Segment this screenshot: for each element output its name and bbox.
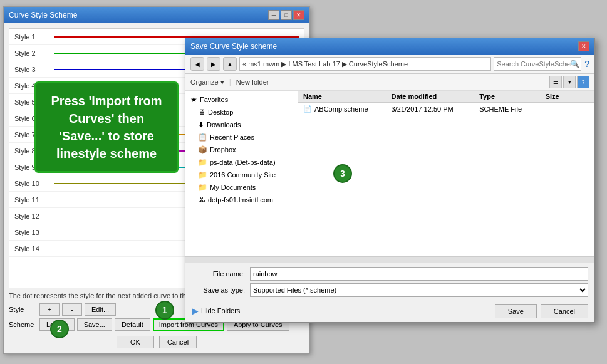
col-size: Size <box>546 93 589 100</box>
save-title: Save Curve Style scheme <box>190 42 277 51</box>
badge-1: 1 <box>155 301 174 320</box>
search-icon: 🔍 <box>570 60 579 68</box>
file-area: ★Favorites🖥Desktop⬇Downloads📋Recent Plac… <box>185 91 594 257</box>
main-title: Curve Style Scheme <box>9 11 77 19</box>
annotation-text: Press 'Import from Curves' then 'Save...… <box>51 94 162 160</box>
maximize-button[interactable]: □ <box>281 10 292 20</box>
badge-3: 3 <box>333 164 352 183</box>
savetype-label: Save as type: <box>192 286 245 294</box>
col-date: Date modified <box>392 93 480 100</box>
file-row[interactable]: 📄ABComp.scheme 3/21/2017 12:50 PM SCHEME… <box>298 103 594 115</box>
save-titlebar: Save Curve Style scheme ✕ <box>185 38 594 55</box>
cancel-main-button[interactable]: Cancel <box>159 336 197 348</box>
close-button[interactable]: ✕ <box>293 10 304 20</box>
col-type: Type <box>479 93 545 100</box>
default-button[interactable]: Default <box>115 318 150 331</box>
nav-bar: ◀ ▶ ▲ « ms1.mwm ▶ LMS Test.Lab 17 ▶ Curv… <box>185 55 594 74</box>
search-input[interactable] <box>494 57 581 71</box>
view-icons: ☰ ▾ ? <box>549 76 589 88</box>
save-body: ◀ ▶ ▲ « ms1.mwm ▶ LMS Test.Lab 17 ▶ Curv… <box>185 55 594 322</box>
new-folder-button[interactable]: New folder <box>236 78 269 86</box>
folder-item[interactable]: ⬇Downloads <box>185 118 298 131</box>
folder-item[interactable]: 🖥Desktop <box>185 106 298 118</box>
edit-button[interactable]: Edit... <box>85 303 116 316</box>
view-details-button[interactable]: ☰ <box>549 76 562 88</box>
filename-input[interactable] <box>250 267 588 281</box>
files-header: Name Date modified Type Size <box>298 91 594 103</box>
folder-item[interactable]: 📁My Documents <box>185 181 298 194</box>
save-bottom: File name: Save as type: Supported Files… <box>185 263 594 322</box>
save-button[interactable]: Save <box>495 304 537 318</box>
help-button[interactable]: ? <box>577 76 589 88</box>
folder-item[interactable]: 📦Dropbox <box>185 143 298 156</box>
col-name: Name <box>303 93 392 100</box>
folder-pane: ★Favorites🖥Desktop⬇Downloads📋Recent Plac… <box>185 91 298 256</box>
toolbar-row: Organize ▾ | New folder ☰ ▾ ? <box>185 74 594 91</box>
minimize-button[interactable]: ─ <box>268 10 279 20</box>
save-dialog: Save Curve Style scheme ✕ ◀ ▶ ▲ « ms1.mw… <box>185 38 595 323</box>
breadcrumb[interactable]: « ms1.mwm ▶ LMS Test.Lab 17 ▶ CurveStyle… <box>239 57 491 71</box>
cancel-save-button[interactable]: Cancel <box>541 304 588 318</box>
save-titlebar-buttons: ✕ <box>578 41 589 51</box>
main-titlebar: Curve Style Scheme ─ □ ✕ <box>4 7 309 23</box>
save-scheme-button[interactable]: Save... <box>77 318 112 331</box>
titlebar-buttons: ─ □ ✕ <box>268 10 304 20</box>
folder-item[interactable]: 📁2016 Community Site <box>185 169 298 181</box>
save-action-row: Save Cancel <box>495 304 588 318</box>
horizontal-scrollbar[interactable] <box>185 257 594 263</box>
minus-button[interactable]: - <box>62 303 82 316</box>
folder-item[interactable]: 🖧detp-fs01.lmsintl.com <box>185 194 298 206</box>
folder-item[interactable]: ★Favorites <box>185 93 298 106</box>
scheme-label: Scheme <box>9 321 37 328</box>
filename-row: File name: <box>192 267 588 281</box>
plus-button[interactable]: + <box>39 303 60 316</box>
folder-list: ★Favorites🖥Desktop⬇Downloads📋Recent Plac… <box>185 93 298 206</box>
savetype-row: Save as type: Supported Files (*.scheme) <box>192 283 588 297</box>
filename-label: File name: <box>192 270 245 278</box>
savetype-select[interactable]: Supported Files (*.scheme) <box>250 283 588 297</box>
help-icon[interactable]: ? <box>584 59 589 69</box>
ok-button[interactable]: OK <box>117 336 154 348</box>
hide-folders-label: Hide Folders <box>201 307 240 315</box>
folder-item[interactable]: 📁ps-data (Det-ps-data) <box>185 156 298 169</box>
style-label: Style <box>9 306 37 313</box>
view-options-button[interactable]: ▾ <box>563 76 576 88</box>
forward-button[interactable]: ▶ <box>207 57 220 71</box>
organize-button[interactable]: Organize ▾ <box>190 78 224 86</box>
file-list: 📄ABComp.scheme 3/21/2017 12:50 PM SCHEME… <box>298 103 594 115</box>
badge-2: 2 <box>50 320 69 338</box>
bottom-buttons: OK Cancel <box>9 336 304 348</box>
save-close-button[interactable]: ✕ <box>578 41 589 51</box>
back-button[interactable]: ◀ <box>190 57 204 71</box>
hide-folders-row[interactable]: ▶ Hide Folders <box>192 306 240 316</box>
annotation-box: Press 'Import from Curves' then 'Save...… <box>34 81 179 173</box>
folder-item[interactable]: 📋Recent Places <box>185 131 298 143</box>
up-button[interactable]: ▲ <box>223 57 237 71</box>
